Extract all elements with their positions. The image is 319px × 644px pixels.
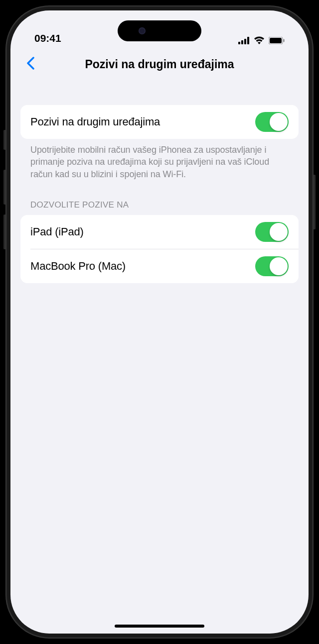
back-button[interactable] (19, 53, 41, 75)
dynamic-island (118, 20, 201, 41)
cellular-icon (238, 37, 250, 44)
svg-rect-0 (238, 42, 240, 44)
svg-rect-5 (270, 38, 282, 43)
device-toggle-ipad[interactable] (255, 222, 289, 242)
calls-on-other-devices-label: Pozivi na drugim uređajima (30, 115, 160, 128)
front-camera (139, 27, 146, 34)
page-title: Pozivi na drugim uređajima (17, 58, 302, 71)
allow-calls-on-header: DOZVOLITE POZIVE NA (20, 180, 299, 215)
main-toggle-card: Pozivi na drugim uređajima (20, 105, 299, 139)
nav-bar: Pozivi na drugim uređajima (10, 48, 309, 80)
wifi-icon (254, 36, 265, 44)
battery-icon (269, 37, 285, 44)
chevron-left-icon (26, 57, 34, 72)
calls-on-other-devices-toggle[interactable] (255, 112, 289, 132)
calls-on-other-devices-row[interactable]: Pozivi na drugim uređajima (20, 105, 299, 139)
home-indicator[interactable] (115, 625, 204, 628)
devices-card: iPad (iPad) MacBook Pro (Mac) (20, 215, 299, 283)
svg-rect-1 (241, 40, 243, 44)
device-row-macbook[interactable]: MacBook Pro (Mac) (20, 249, 299, 283)
screen: 09:41 Pozivi na drugim uređajima (10, 10, 309, 634)
svg-rect-2 (244, 39, 246, 44)
phone-frame: 09:41 Pozivi na drugim uređajima (5, 5, 314, 639)
status-time: 09:41 (34, 32, 61, 44)
device-row-ipad[interactable]: iPad (iPad) (20, 215, 299, 249)
device-toggle-macbook[interactable] (255, 256, 289, 276)
svg-rect-3 (247, 37, 249, 44)
description-text: Upotrijebite mobilni račun vašeg iPhonea… (20, 139, 299, 180)
device-label: iPad (iPad) (30, 225, 84, 238)
device-label: MacBook Pro (Mac) (30, 260, 126, 273)
svg-rect-6 (284, 39, 285, 42)
